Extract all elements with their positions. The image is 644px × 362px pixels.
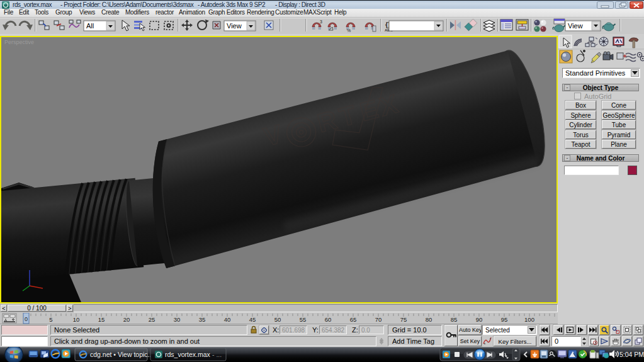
svg-text:View: View — [227, 22, 242, 30]
svg-text:80: 80 — [426, 316, 432, 323]
svg-text:15: 15 — [98, 316, 105, 323]
svg-text:View: View — [568, 22, 583, 30]
svg-text:All: All — [86, 22, 94, 30]
svg-text:75: 75 — [400, 316, 407, 323]
svg-text:3: 3 — [320, 20, 322, 24]
svg-text:25: 25 — [149, 316, 155, 323]
svg-text:5: 5 — [49, 316, 52, 323]
svg-text:45: 45 — [249, 316, 256, 323]
svg-text:20: 20 — [123, 316, 130, 323]
svg-text:35: 35 — [199, 316, 206, 323]
svg-text:55: 55 — [300, 316, 307, 323]
svg-text:10: 10 — [73, 316, 80, 323]
svg-text:%: % — [347, 28, 351, 33]
svg-text:95: 95 — [501, 316, 508, 323]
svg-text:30: 30 — [174, 316, 181, 323]
svg-text:rds_vortex.max: rds_vortex.max — [165, 351, 211, 358]
svg-text:90: 90 — [476, 316, 483, 323]
svg-text:- ...: - ... — [212, 351, 222, 358]
svg-text:65: 65 — [350, 316, 357, 323]
svg-text:5:04 PM: 5:04 PM — [619, 351, 644, 358]
svg-text:70: 70 — [375, 316, 382, 323]
svg-text:40: 40 — [224, 316, 231, 323]
svg-text:50: 50 — [274, 316, 281, 323]
svg-text:100: 100 — [524, 316, 534, 323]
svg-text:cdg.net • View topic...: cdg.net • View topic... — [90, 351, 153, 358]
svg-text:60: 60 — [325, 316, 332, 323]
svg-text:0: 0 — [25, 316, 28, 322]
svg-text:Perspective: Perspective — [4, 39, 34, 45]
svg-text:85: 85 — [451, 316, 458, 323]
